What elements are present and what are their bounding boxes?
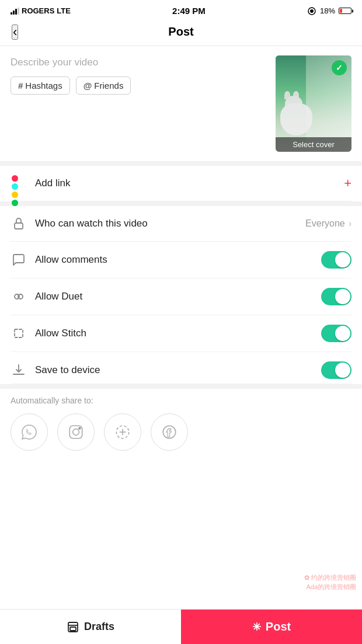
instagram-icon <box>67 423 85 441</box>
status-bar: ROGERS LTE 2:49 PM 18% <box>0 0 362 19</box>
drafts-icon <box>67 621 79 633</box>
at-symbol: @ <box>83 81 92 90</box>
thumbnail-check-icon: ✓ <box>332 60 347 75</box>
allow-stitch-row: Allow Stitch <box>11 315 351 352</box>
svg-point-9 <box>79 427 81 429</box>
description-area: Describe your video # Hashtags @ Friends <box>11 55 269 152</box>
toggle-knob-save <box>335 363 350 378</box>
chevron-right-icon: › <box>349 218 351 229</box>
video-description-row: Describe your video # Hashtags @ Friends <box>11 55 351 152</box>
duet-icon <box>11 288 27 305</box>
screen-record-icon <box>307 6 316 16</box>
who-can-watch-value: Everyone <box>305 218 345 229</box>
allow-comments-row: Allow comments <box>11 242 351 279</box>
hashtag-label: Hashtags <box>25 81 62 90</box>
select-cover-label[interactable]: Select cover <box>276 137 351 152</box>
lock-icon <box>11 215 27 232</box>
friends-label: Friends <box>94 81 123 90</box>
status-left: ROGERS LTE <box>11 6 71 15</box>
friends-button[interactable]: @ Friends <box>76 76 131 95</box>
who-can-watch-row[interactable]: Who can watch this video Everyone › <box>11 206 351 242</box>
allow-stitch-label: Allow Stitch <box>35 328 313 339</box>
drafts-label: Drafts <box>84 621 114 633</box>
who-can-watch-right: Everyone › <box>305 218 351 229</box>
auto-share-label: Automatically share to: <box>11 389 351 410</box>
stitch-icon <box>11 325 27 342</box>
who-can-watch-label: Who can watch this video <box>35 218 297 229</box>
network-label: LTE <box>57 6 71 15</box>
carrier-label: ROGERS <box>22 6 54 15</box>
save-to-device-label: Save to device <box>35 364 313 376</box>
video-thumbnail[interactable]: ✓ Select cover <box>276 55 351 152</box>
status-time: 2:49 PM <box>172 6 206 16</box>
section-divider-1 <box>0 161 362 166</box>
allow-comments-label: Allow comments <box>35 254 313 266</box>
svg-point-1 <box>310 9 314 13</box>
whatsapp-share-button[interactable] <box>11 413 48 451</box>
post-label: Post <box>266 620 291 633</box>
comment-icon <box>11 252 27 268</box>
bottom-bar: Drafts ✳ Post <box>0 609 362 644</box>
allow-duet-toggle[interactable] <box>321 288 351 305</box>
svg-rect-5 <box>15 329 23 337</box>
section-divider-3 <box>0 384 362 389</box>
description-placeholder[interactable]: Describe your video <box>11 55 269 69</box>
hashtag-friends-row: # Hashtags @ Friends <box>11 76 269 95</box>
download-icon <box>11 362 27 378</box>
post-button[interactable]: ✳ Post <box>181 610 362 644</box>
main-content: Describe your video # Hashtags @ Friends <box>0 46 362 472</box>
svg-point-8 <box>73 429 79 436</box>
hashtag-button[interactable]: # Hashtags <box>11 76 70 95</box>
svg-rect-2 <box>15 223 23 229</box>
allow-duet-row: Allow Duet <box>11 279 351 315</box>
signal-bars <box>11 8 19 15</box>
add-link-plus-icon[interactable]: + <box>344 177 351 190</box>
post-sparkle-icon: ✳ <box>252 621 261 633</box>
add-link-icon <box>11 175 27 192</box>
save-to-device-toggle[interactable] <box>321 361 351 379</box>
hashtag-symbol: # <box>18 81 23 90</box>
allow-stitch-toggle[interactable] <box>321 325 351 342</box>
facebook-share-button[interactable] <box>151 413 188 451</box>
share-icons-row <box>11 410 351 462</box>
watermark: ✿ 约的跨境营销圈 Ada的跨境营销圈 <box>304 573 356 591</box>
add-link-row[interactable]: Add link + <box>11 166 351 201</box>
allow-duet-label: Allow Duet <box>35 291 313 302</box>
svg-rect-16 <box>70 627 76 631</box>
battery-icon <box>339 8 351 14</box>
instagram-share-button[interactable] <box>57 413 95 451</box>
facebook-icon <box>161 423 178 441</box>
add-link-label: Add link <box>35 177 336 189</box>
status-right: 18% <box>307 6 351 16</box>
page-title: Post <box>168 25 193 39</box>
tiktok-plus-icon <box>114 423 131 441</box>
nav-bar: ‹ Post <box>0 19 362 46</box>
toggle-knob <box>335 252 350 267</box>
toggle-knob-duet <box>335 289 350 304</box>
battery-percent: 18% <box>320 6 335 15</box>
toggle-knob-stitch <box>335 326 350 341</box>
section-divider-2 <box>0 201 362 206</box>
save-to-device-row: Save to device <box>11 352 351 384</box>
back-button[interactable]: ‹ <box>12 25 18 40</box>
allow-comments-toggle[interactable] <box>321 251 351 269</box>
drafts-button[interactable]: Drafts <box>0 610 181 644</box>
tiktok-plus-share-button[interactable] <box>104 413 141 451</box>
whatsapp-icon <box>20 423 38 441</box>
